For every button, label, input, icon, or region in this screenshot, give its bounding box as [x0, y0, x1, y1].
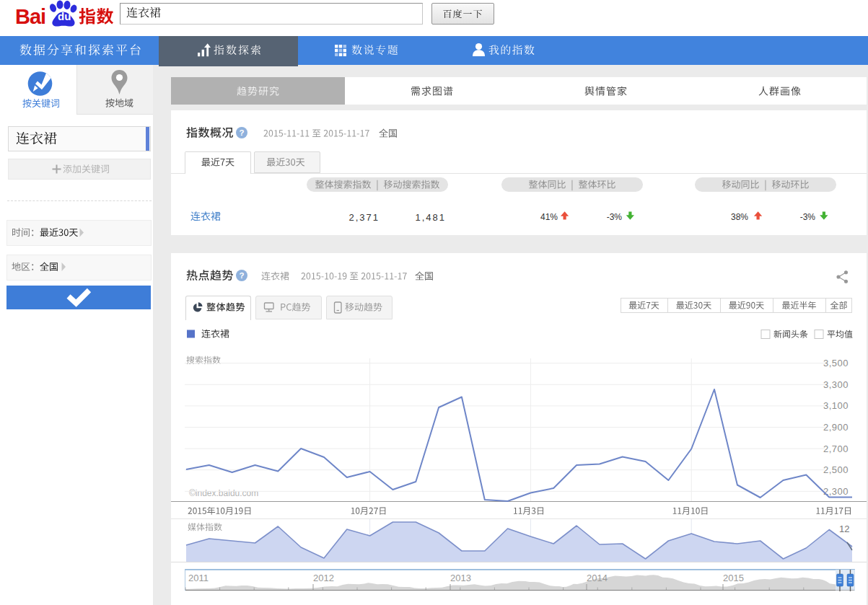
svg-text:2014: 2014	[587, 573, 608, 583]
svg-text:2013: 2013	[450, 573, 471, 583]
svg-text:2011: 2011	[188, 573, 209, 583]
svg-text:?: ?	[239, 271, 244, 280]
svg-text:2015: 2015	[723, 573, 744, 583]
svg-text:2012: 2012	[313, 573, 334, 583]
svg-text:?: ?	[239, 128, 244, 137]
